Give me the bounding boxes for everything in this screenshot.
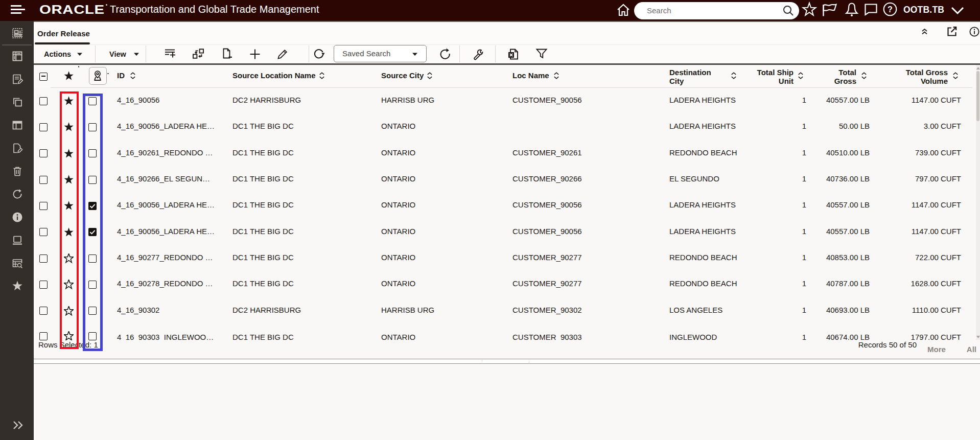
- svg-text:?: ?: [888, 5, 893, 14]
